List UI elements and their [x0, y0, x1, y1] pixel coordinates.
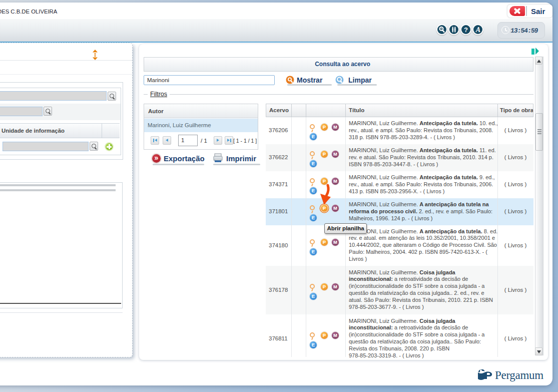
svg-text:A: A [475, 26, 480, 34]
svg-text:?: ? [464, 26, 468, 34]
